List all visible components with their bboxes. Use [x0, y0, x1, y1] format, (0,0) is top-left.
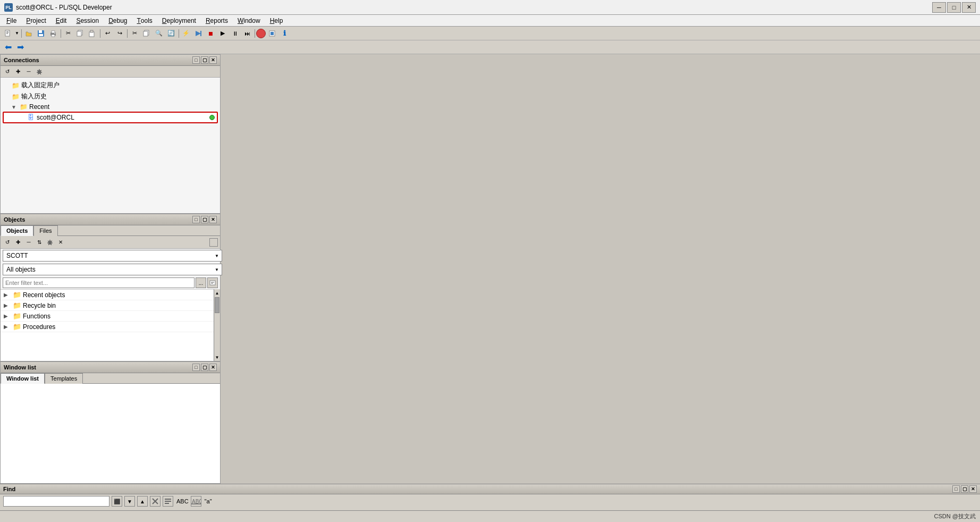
scrollbar-down-btn[interactable]: ▼: [214, 353, 220, 361]
type-dropdown[interactable]: All objects: [3, 264, 222, 275]
find-next-btn[interactable]: ▼: [124, 496, 135, 507]
connections-expand-btn[interactable]: ▢: [201, 56, 208, 64]
find-bar-title: Find: [3, 486, 15, 492]
find-minimize-btn[interactable]: □: [952, 485, 960, 493]
cut-button[interactable]: ✂: [62, 28, 74, 39]
new-button[interactable]: [2, 28, 14, 39]
menu-help[interactable]: Help: [266, 15, 288, 26]
print-button[interactable]: [47, 28, 59, 39]
title-bar-controls: ─ □ ✕: [932, 2, 976, 13]
filter-apply-btn[interactable]: [207, 277, 218, 288]
type-dropdown-wrapper[interactable]: All objects: [3, 264, 222, 275]
info-button[interactable]: ℹ: [278, 28, 290, 39]
find-options-btn[interactable]: [163, 496, 173, 507]
step-over-button[interactable]: ⏸: [229, 28, 241, 39]
obj-sort-btn[interactable]: ⇅: [35, 238, 44, 247]
menu-reports[interactable]: Reports: [201, 15, 232, 26]
filter-more-btn[interactable]: ...: [196, 277, 206, 288]
find-up-btn[interactable]: ▲: [137, 496, 148, 507]
folder-icon: 📁: [13, 312, 21, 320]
conn-settings-btn[interactable]: [35, 67, 44, 77]
objects-close-btn[interactable]: ✕: [209, 216, 217, 223]
svg-rect-0: [5, 30, 10, 36]
wl-close-btn[interactable]: ✕: [209, 364, 217, 371]
find-expand-btn[interactable]: ▢: [961, 485, 968, 493]
menu-session[interactable]: Session: [72, 15, 103, 26]
conn-item-fixedusers[interactable]: 📁 载入固定用户: [3, 80, 218, 91]
tab-objects[interactable]: Objects: [1, 225, 33, 236]
find-close-btn[interactable]: ✕: [969, 485, 977, 493]
execute-button[interactable]: ⚡: [180, 28, 192, 39]
nav-forward-button[interactable]: ➡: [14, 42, 26, 53]
save-button[interactable]: [35, 28, 47, 39]
connections-minimize-btn[interactable]: □: [192, 56, 200, 64]
paste-button[interactable]: [87, 28, 98, 39]
undo-button[interactable]: ↩: [102, 28, 113, 39]
step-into-button[interactable]: ▶: [217, 28, 229, 39]
user-dropdown[interactable]: SCOTT: [3, 250, 222, 262]
step-out-button[interactable]: ⏭: [241, 28, 253, 39]
search-button[interactable]: 🔍: [153, 28, 165, 39]
conn-item-recent[interactable]: ▼ 📁 Recent: [3, 102, 218, 112]
menu-edit[interactable]: Edit: [52, 15, 71, 26]
menu-deployment[interactable]: Deployment: [158, 15, 200, 26]
tab-templates[interactable]: Templates: [45, 373, 83, 384]
watch-button[interactable]: [266, 28, 278, 39]
find-input[interactable]: [3, 496, 109, 507]
find-abc-btn[interactable]: ABC: [191, 496, 201, 507]
obj-close-btn[interactable]: ✕: [56, 238, 65, 247]
tab-windowlist[interactable]: Window list: [1, 373, 45, 384]
left-panel: Connections □ ▢ ✕ ↺ ✚ ─ 📁 载入固定用户: [0, 54, 221, 484]
obj-add-btn[interactable]: ✚: [13, 238, 23, 247]
tree-item-procedures[interactable]: ▶ 📁 Procedures: [1, 322, 214, 332]
objects-toolbar: ↺ ✚ ─ ⇅ ✕: [1, 236, 220, 249]
obj-remove-btn[interactable]: ─: [24, 238, 33, 247]
menu-file[interactable]: File: [2, 15, 21, 26]
conn-refresh-btn[interactable]: ↺: [3, 67, 12, 77]
tree-item-recycle-bin[interactable]: ▶ 📁 Recycle bin: [1, 300, 214, 311]
obj-refresh-btn[interactable]: ↺: [3, 238, 12, 247]
menu-window[interactable]: Window: [233, 15, 265, 26]
wl-minimize-btn[interactable]: □: [192, 364, 200, 371]
tab-files[interactable]: Files: [33, 225, 57, 236]
connections-panel-controls: □ ▢ ✕: [192, 56, 217, 64]
objects-tree: ▶ 📁 Recent objects ▶ 📁 Recycle bin ▶ 📁 F…: [1, 289, 214, 361]
execute2-button[interactable]: [192, 28, 204, 39]
tree-item-functions[interactable]: ▶ 📁 Functions: [1, 311, 214, 322]
filter-input[interactable]: [3, 277, 195, 288]
scrollbar-thumb[interactable]: [215, 297, 219, 313]
copy-button[interactable]: [74, 28, 86, 39]
objects-scrollbar[interactable]: ▲ ▼: [214, 289, 220, 361]
obj-blank-btn[interactable]: [209, 238, 218, 247]
connections-close-btn[interactable]: ✕: [209, 56, 217, 64]
open-button[interactable]: [23, 28, 35, 39]
tree-item-recent-objects[interactable]: ▶ 📁 Recent objects: [1, 290, 214, 300]
user-dropdown-wrapper[interactable]: SCOTT: [3, 250, 222, 262]
find-mark-btn[interactable]: [150, 496, 160, 507]
app-icon: PL: [4, 3, 13, 12]
redo-button[interactable]: ↪: [114, 28, 125, 39]
copy2-button[interactable]: [141, 28, 153, 39]
stop-button[interactable]: ⏹: [205, 28, 216, 39]
maximize-button[interactable]: □: [947, 2, 961, 13]
nav-back-button[interactable]: ⬅: [2, 42, 14, 53]
conn-item-history[interactable]: 📁 输入历史: [3, 91, 218, 102]
cut2-button[interactable]: ✂: [129, 28, 140, 39]
conn-item-scottorcl[interactable]: 🗄 scott@ORCL: [3, 112, 218, 123]
menu-debug[interactable]: Debug: [104, 15, 131, 26]
breakpoint-button[interactable]: [256, 29, 266, 38]
conn-remove-btn[interactable]: ─: [24, 67, 33, 77]
obj-settings-btn[interactable]: [45, 238, 55, 247]
minimize-button[interactable]: ─: [932, 2, 946, 13]
objects-minimize-btn[interactable]: □: [192, 216, 200, 223]
scrollbar-up-btn[interactable]: ▲: [214, 289, 220, 297]
menu-tools[interactable]: Tools: [133, 15, 157, 26]
find-prev-btn[interactable]: ⬛: [112, 496, 122, 507]
refresh-button[interactable]: 🔄: [165, 28, 177, 39]
objects-expand-btn[interactable]: ▢: [201, 216, 208, 223]
wl-expand-btn[interactable]: ▢: [201, 364, 208, 371]
new-dropdown-arrow[interactable]: ▼: [14, 28, 20, 39]
close-button[interactable]: ✕: [962, 2, 976, 13]
conn-add-btn[interactable]: ✚: [13, 67, 23, 77]
menu-project[interactable]: Project: [22, 15, 50, 26]
